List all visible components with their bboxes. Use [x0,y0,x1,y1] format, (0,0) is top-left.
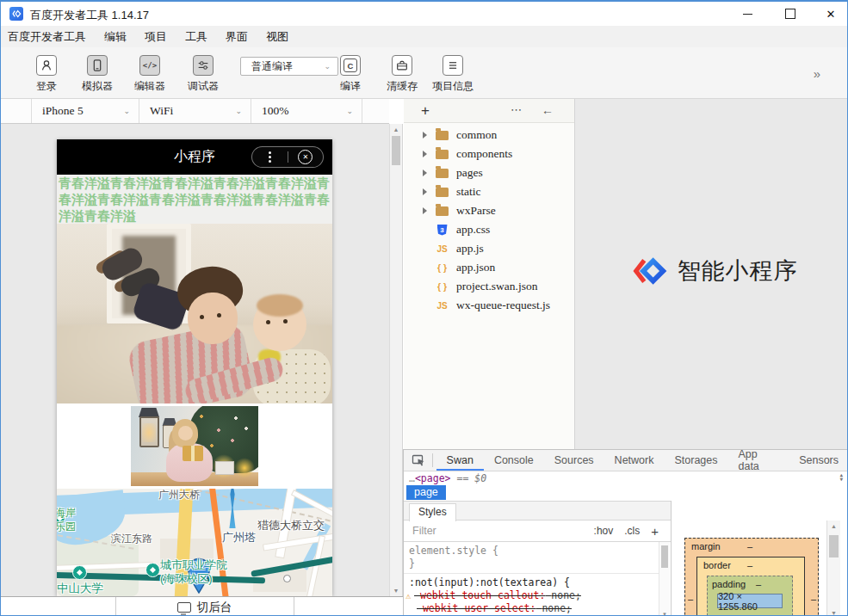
map-label-resort-2: 乐园 [57,520,76,534]
box-model-content[interactable]: 320 × 1255.860 [717,594,783,608]
scrollbar-thumb[interactable] [661,545,668,568]
tree-file-projectswanjson[interactable]: { }project.swan.json [404,277,574,296]
tree-folder-pages[interactable]: pages [404,163,574,182]
compile-button[interactable]: C 编译 [325,55,375,94]
title-bar: 百度开发者工具 1.14.17 ✕ [1,2,847,26]
caret-icon[interactable] [423,188,427,195]
network-select[interactable]: WiFi⌄ [139,99,251,123]
tab-sources[interactable]: Sources [544,450,604,471]
map-label-bridge: 广州大桥 [158,489,200,502]
rule-element-style[interactable]: element.style { [409,545,498,557]
rule-not-input[interactable]: :not(input):not(textarea) { [409,576,570,588]
new-style-rule-button[interactable]: + [651,524,659,539]
menu-item-project[interactable]: 项目 [145,29,167,45]
close-button[interactable]: ✕ [814,3,847,24]
compile-mode-select[interactable]: 普通编译 ⌄ [240,57,338,76]
css-rules[interactable]: element.style { } :not(input):not(textar… [404,542,659,616]
tab-network[interactable]: Network [604,450,665,471]
toolbar: 登录 模拟器 </> 编辑器 调试器 普通编译 ⌄ C 编译 [1,47,847,99]
map-view[interactable]: 广州大桥 滨江东路 广州塔 猎德大桥立交 城市职业学院 (海珠校区) 中山大学 … [57,489,332,596]
box-model-padding[interactable]: padding – 320 × 1255.860 [707,576,793,616]
scrollbar-thumb[interactable] [829,535,839,557]
menu-item-tools[interactable]: 工具 [185,29,207,45]
tree-folder-static[interactable]: static [404,182,574,201]
tree-file-wxqueuerequestjs[interactable]: JSwx-queue-request.js [404,296,574,315]
toolbar-overflow-button[interactable]: » [804,66,830,81]
app-logo-icon [9,7,23,21]
tree-file-appcss[interactable]: 3app.css [404,220,574,239]
tree-folder-wxparse[interactable]: wxParse [404,201,574,220]
scroll-updown-icon[interactable]: ▲▼ [839,472,843,481]
menu-dots-icon[interactable] [252,151,288,163]
scrollbar-thumb[interactable] [392,136,400,165]
photo-christmas-girl[interactable] [131,406,258,486]
device-select[interactable]: iPhone 5⌄ [31,99,139,123]
phone-icon [87,55,108,76]
add-file-button[interactable]: + [421,102,430,120]
clear-cache-button[interactable]: 清缓存 [377,55,427,94]
caret-icon[interactable] [423,169,427,176]
menu-item-app[interactable]: 百度开发者工具 [8,29,86,45]
login-button[interactable]: 登录 [22,55,71,94]
toggle-class-button[interactable]: .cls [624,525,640,537]
tab-storages[interactable]: Storages [664,450,727,471]
styles-tab-bar: Styles [404,501,671,521]
editor-toggle[interactable]: </> 编辑器 [125,55,175,94]
zoom-select[interactable]: 100%⌄ [251,99,362,123]
scroll-down-icon[interactable]: ▼ [827,610,840,616]
more-options-button[interactable]: ⋯ [511,103,523,116]
tab-swan[interactable]: Swan [436,450,484,471]
scroll-down-icon[interactable]: ▼ [659,612,670,616]
compile-icon: C [340,55,361,76]
marquee-text: 青春洋溢青春洋溢青春洋溢青春洋溢青春洋溢青春洋溢青春洋溢青春洋溢青春洋溢青春洋溢… [57,175,332,224]
capsule-close-button[interactable]: ✕ [288,150,324,164]
list-icon [443,55,463,76]
caret-icon[interactable] [423,151,427,157]
project-info-button[interactable]: 项目信息 [428,55,478,94]
breadcrumb-page[interactable]: page [406,485,446,500]
app-window: 百度开发者工具 1.14.17 ✕ 百度开发者工具 编辑 项目 工具 界面 视图… [0,0,848,616]
menu-item-interface[interactable]: 界面 [226,29,248,45]
background-mode-button[interactable]: 切后台 [115,597,294,616]
tree-file-appjson[interactable]: { }app.json [404,258,574,277]
styles-pane: Styles Filter :hov .cls + element.style … [404,501,671,616]
css-declaration[interactable]: -webkit-user-select: none; [417,602,572,614]
tree-folder-common[interactable]: common [404,126,574,145]
tab-styles[interactable]: Styles [409,503,456,521]
debugger-toggle[interactable]: 调试器 [178,55,228,94]
scroll-up-icon[interactable]: ▲ [827,523,840,529]
caret-icon[interactable] [423,207,427,214]
inspect-element-button[interactable] [411,453,427,467]
tree-folder-components[interactable]: components [404,145,574,163]
simulator-scrollbar[interactable]: ▲ ▼ [389,124,403,596]
minimize-button[interactable] [731,3,764,24]
simulator-toggle[interactable]: 模拟器 [72,55,122,94]
menu-item-view[interactable]: 视图 [266,29,288,45]
js-file-icon: JS [436,301,449,311]
chevron-down-icon: ⌄ [346,107,353,115]
dom-tree-row[interactable]: … <page> == $0 ▲▼ [404,471,848,485]
tab-app-data[interactable]: App data [727,450,789,471]
toggle-hover-button[interactable]: :hov [594,525,614,537]
filter-input[interactable]: Filter [412,525,594,537]
box-model-border[interactable]: border – padding – 320 × 1255.860 [696,557,805,616]
minimize-icon [743,14,752,15]
css-declaration[interactable]: ⚠-webkit-touch-callout: none; [405,589,581,601]
menu-bar: 百度开发者工具 编辑 项目 工具 界面 视图 [1,26,847,47]
caret-icon[interactable] [423,132,427,139]
styles-scrollbar[interactable]: ▼ [659,542,670,616]
scroll-up-icon[interactable]: ▲ [390,126,402,132]
boxmodel-scrollbar[interactable]: ▲ ▼ [826,521,840,616]
file-tree-header: + ⋯ ← [404,99,574,123]
menu-item-edit[interactable]: 编辑 [104,29,127,45]
tab-console[interactable]: Console [484,450,544,471]
dom-tag[interactable]: <page> [415,472,451,484]
code-icon: </> [139,55,160,76]
box-model-margin[interactable]: margin – – – – – – – border – padding – … [684,538,819,616]
maximize-button[interactable] [774,3,807,24]
tab-sensors[interactable]: Sensors [789,450,848,471]
collapse-panel-button[interactable]: ← [542,103,554,117]
tree-file-appjs[interactable]: JSapp.js [404,239,574,258]
photo-children[interactable] [57,224,332,403]
scroll-down-icon[interactable]: ▼ [390,588,402,594]
